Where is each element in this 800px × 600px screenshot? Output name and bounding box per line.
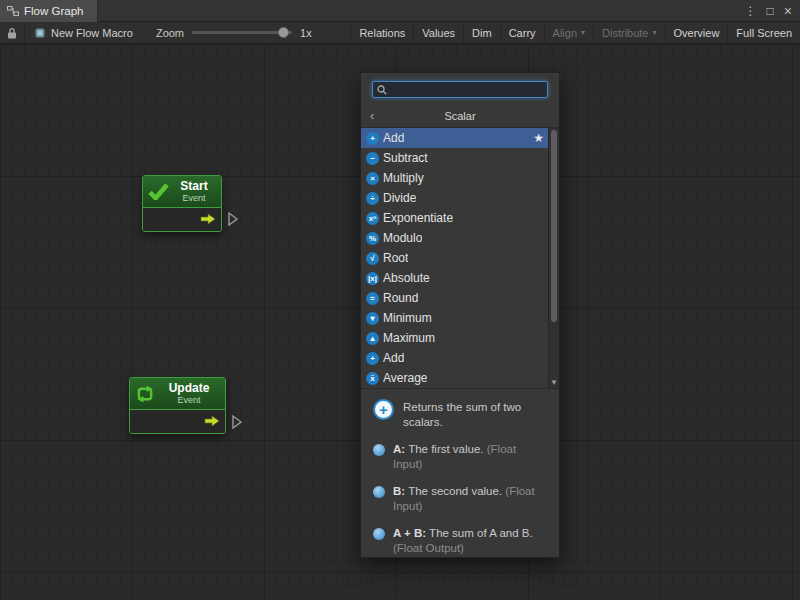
node-title: Start bbox=[180, 180, 207, 193]
toolbar-button[interactable]: Align ▾ bbox=[544, 22, 593, 44]
window-controls: ⋮ □ × bbox=[745, 5, 800, 17]
option-list: + Add ★ − Subtract × Multiply bbox=[361, 128, 559, 388]
port-meta: (Float Output) bbox=[393, 542, 464, 554]
summary-text: Returns the sum of two scalars. bbox=[403, 399, 547, 430]
list-item[interactable]: xⁿ Exponentiate bbox=[361, 208, 548, 228]
list-item[interactable]: ≈ Round bbox=[361, 288, 548, 308]
item-label: Add bbox=[383, 131, 404, 145]
zoom-value: 1x bbox=[300, 27, 312, 39]
list-item[interactable]: |x| Absolute bbox=[361, 268, 548, 288]
operator-icon: |x| bbox=[366, 272, 379, 285]
graph-toolbar: New Flow Macro Zoom 1x Relations Values bbox=[0, 22, 800, 44]
zoom-slider[interactable] bbox=[192, 31, 292, 34]
toolbar-button[interactable]: Relations bbox=[350, 22, 413, 44]
item-label: Modulo bbox=[383, 231, 422, 245]
toolbar-button[interactable]: Overview bbox=[665, 22, 728, 44]
summary-row: + Returns the sum of two scalars. bbox=[373, 399, 547, 430]
add-unit-icon: + bbox=[373, 399, 394, 420]
event-check-icon bbox=[148, 183, 169, 200]
search-input[interactable] bbox=[391, 84, 543, 96]
list-item[interactable]: + Add bbox=[361, 348, 548, 368]
close-icon[interactable]: × bbox=[784, 5, 792, 17]
maximize-icon[interactable]: □ bbox=[767, 5, 774, 17]
item-label: Absolute bbox=[383, 271, 430, 285]
node-start-body bbox=[143, 208, 221, 231]
search-icon bbox=[377, 85, 387, 95]
list-item[interactable]: + Add ★ bbox=[361, 128, 548, 148]
operator-icon: ÷ bbox=[366, 192, 379, 205]
port-desc: The sum of A and B. bbox=[426, 527, 533, 539]
flow-arrow-icon[interactable] bbox=[204, 415, 220, 427]
node-start[interactable]: Start Event bbox=[142, 175, 222, 232]
item-label: Divide bbox=[383, 191, 416, 205]
list-item[interactable]: % Modulo bbox=[361, 228, 548, 248]
port-docs: A: The first value. (Float Input) B: The… bbox=[373, 442, 547, 556]
toolbar-button-label: Align bbox=[553, 27, 577, 39]
port-doc-row: B: The second value. (Float Input) bbox=[373, 484, 547, 514]
list-item[interactable]: ÷ Divide bbox=[361, 188, 548, 208]
port-text: B: The second value. (Float Input) bbox=[393, 484, 547, 514]
toolbar-button-label: Values bbox=[422, 27, 455, 39]
port-text: A + B: The sum of A and B. (Float Output… bbox=[393, 526, 547, 556]
toolbar-button-label: Overview bbox=[674, 27, 720, 39]
chevron-down-icon: ▾ bbox=[581, 28, 585, 37]
operator-icon: ▾ bbox=[366, 312, 379, 325]
toolbar-button[interactable]: Carry bbox=[500, 22, 544, 44]
port-doc-row: A + B: The sum of A and B. (Float Output… bbox=[373, 526, 547, 556]
operator-icon: % bbox=[366, 232, 379, 245]
node-title: Update bbox=[169, 382, 210, 395]
node-update-body bbox=[130, 410, 225, 433]
toolbar-buttons: Relations Values Dim Carry bbox=[350, 22, 800, 44]
item-label: Minimum bbox=[383, 311, 432, 325]
lock-button[interactable] bbox=[0, 22, 24, 44]
title-bar: Flow Graph ⋮ □ × bbox=[0, 0, 800, 22]
list-item[interactable]: √ Root bbox=[361, 248, 548, 268]
node-subtitle: Event bbox=[177, 395, 200, 405]
list-item[interactable]: ▾ Minimum bbox=[361, 308, 548, 328]
breadcrumb-back-chevron[interactable]: ‹ bbox=[370, 109, 374, 122]
toolbar-button[interactable]: Full Screen bbox=[727, 22, 800, 44]
more-menu-icon[interactable]: ⋮ bbox=[745, 5, 757, 17]
port-name: B: bbox=[393, 485, 405, 497]
zoom-label: Zoom bbox=[156, 27, 184, 39]
list-item[interactable]: − Subtract bbox=[361, 148, 548, 168]
toolbar-button-label: Carry bbox=[509, 27, 536, 39]
flow-output-port[interactable] bbox=[232, 415, 242, 429]
macro-name: New Flow Macro bbox=[51, 27, 133, 39]
toolbar-button[interactable]: Distribute ▾ bbox=[593, 22, 664, 44]
port-dot-icon bbox=[373, 528, 385, 540]
toolbar-button[interactable]: Values bbox=[413, 22, 463, 44]
flow-output-port[interactable] bbox=[228, 212, 238, 226]
node-subtitle: Event bbox=[182, 193, 205, 203]
port-doc-row: A: The first value. (Float Input) bbox=[373, 442, 547, 472]
zoom-control: Zoom 1x bbox=[156, 27, 312, 39]
item-label: Maximum bbox=[383, 331, 435, 345]
item-label: Average bbox=[383, 371, 427, 385]
list-item[interactable]: × Multiply bbox=[361, 168, 548, 188]
breadcrumb-label: Scalar bbox=[361, 110, 559, 122]
port-desc: The first value. bbox=[405, 443, 487, 455]
operator-icon: x̄ bbox=[366, 372, 379, 385]
operator-icon: ▴ bbox=[366, 332, 379, 345]
scrollbar[interactable]: ▼ bbox=[548, 128, 559, 388]
flow-graph-tab[interactable]: Flow Graph bbox=[0, 0, 98, 22]
search-row bbox=[361, 73, 559, 104]
favorite-star-icon[interactable]: ★ bbox=[533, 131, 544, 145]
operator-icon: + bbox=[366, 132, 379, 145]
fuzzy-finder: ‹ Scalar + Add ★ − Subtract bbox=[360, 72, 560, 558]
port-dot-icon bbox=[373, 444, 385, 456]
flow-arrow-icon[interactable] bbox=[200, 213, 216, 225]
search-box bbox=[372, 81, 548, 98]
macro-button[interactable]: New Flow Macro bbox=[25, 22, 142, 44]
list-item[interactable]: ▴ Maximum bbox=[361, 328, 548, 348]
flow-graph-window: Flow Graph ⋮ □ × New Flow Macro Zoom bbox=[0, 0, 800, 600]
zoom-knob[interactable] bbox=[278, 27, 289, 38]
item-label: Root bbox=[383, 251, 408, 265]
list-item[interactable]: x̄ Average bbox=[361, 368, 548, 388]
item-label: Multiply bbox=[383, 171, 424, 185]
scroll-down-icon[interactable]: ▼ bbox=[549, 378, 559, 387]
scrollbar-thumb[interactable] bbox=[551, 130, 557, 322]
node-update[interactable]: Update Event bbox=[129, 377, 226, 434]
item-label: Exponentiate bbox=[383, 211, 453, 225]
toolbar-button[interactable]: Dim bbox=[463, 22, 500, 44]
